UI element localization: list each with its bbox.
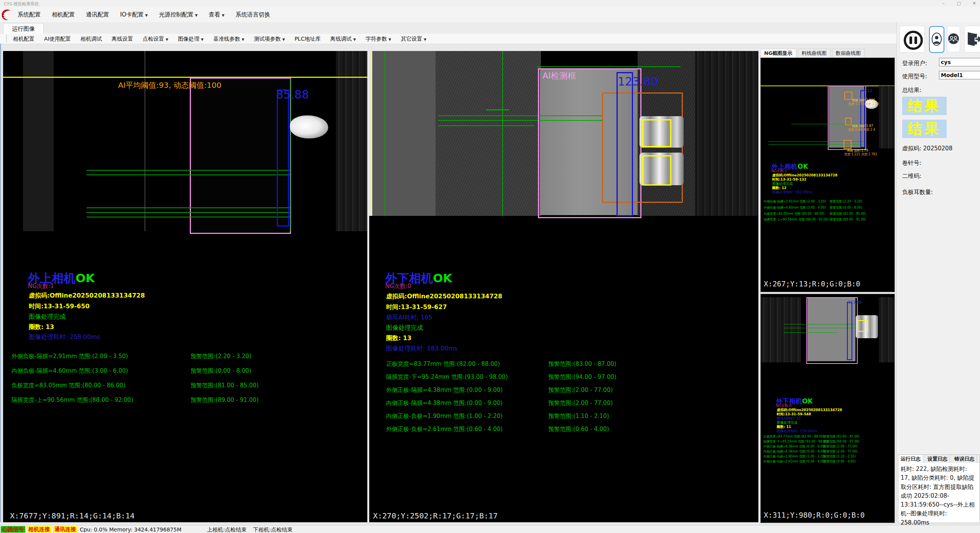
image-bright-edge [369, 51, 372, 216]
defect-yellow-box [642, 155, 671, 186]
tool-other-settings[interactable]: 其它设置▼ [397, 34, 430, 44]
warn-range: 预警范围:(2.00 - 77.00) [548, 400, 613, 407]
measurement-row: 外侧正极-负极=2.61mm 范围:(0.60 - 4.00) [763, 459, 825, 464]
image-dark-band [879, 86, 894, 148]
tab-error-log[interactable]: 错误日志 [952, 455, 977, 463]
measurement-row: 内侧正极-隔膜=4.38mm 范围:(0.00 - 9.00) [763, 449, 825, 454]
model-label: 使用型号: [902, 73, 927, 80]
pause-button[interactable] [899, 26, 925, 53]
cpu-memory-status: Cpu: 0.0% Memory: 3424.41796875M [80, 526, 181, 533]
image-dark-band [23, 51, 54, 231]
pixel-coord-readout: X:311;Y:980;R:0;G:0;B:0 [764, 511, 865, 519]
tool-test-params[interactable]: 测试项参数▼ [250, 34, 289, 44]
menu-language-switch[interactable]: 系统语言切换 [231, 7, 275, 22]
chevron-down-icon: ▼ [282, 38, 285, 41]
measure-value-text: 123.80 [848, 300, 862, 304]
tool-char-params[interactable]: 字符参数▼ [362, 34, 395, 44]
view-tab-row: 运行图像 [0, 22, 980, 34]
virtual-code: 虚拟码:Offline20250208133134728 [386, 293, 502, 301]
tab-ng-screenshot[interactable]: NG截图显示 [760, 49, 796, 58]
tool-offline-debug[interactable]: 离线调试▼ [326, 34, 360, 44]
tool-ai-use-config[interactable]: AI使用配置 [40, 34, 75, 44]
measurement-row: 外侧负极-隔膜=2.91mm 范围:(2.00 - 3.50) [764, 199, 826, 204]
tab-settings-log[interactable]: 设置日志 [925, 455, 950, 463]
tool-spot-check[interactable]: 点检设置▼ [139, 34, 172, 44]
user-group-button[interactable] [947, 26, 960, 52]
chevron-down-icon: ▼ [388, 38, 391, 41]
tool-camera-debug[interactable]: 相机调试 [77, 34, 106, 44]
warn-range: 预警范围:(0.00 - 8.00) [191, 367, 252, 375]
measurement-row: 内侧负极-隔膜=4.60mm 范围:(3.00 - 6.00) [12, 367, 128, 375]
tool-baseline-params[interactable]: 基准线参数▼ [209, 34, 248, 44]
app-logo-icon [1, 8, 12, 21]
exit-door-icon [966, 31, 980, 47]
upper-camera-panel[interactable]: AI平均阈值:93, 动态阈值:100 85.88 外上相机OK NG次数:1 … [3, 51, 367, 522]
log-tabs: 运行日志 设置日志 错误日志 [898, 455, 980, 463]
measurement-row: 内侧负极-隔膜=4.60mm 范围:(3.00 - 6.00) [764, 206, 826, 210]
tab-data-curve[interactable]: 数据曲线图 [832, 49, 865, 58]
ng-count: NG次数:0 [385, 283, 411, 290]
upper-camera-status: 上相机:点检结束 [207, 526, 247, 533]
measurement-row: 内侧正极-隔膜=4.38mm 范围:(0.00 - 9.00) [386, 400, 503, 407]
measure-value-text: 123.80 [618, 75, 658, 88]
menu-view[interactable]: 查看▼ [204, 7, 229, 22]
anode-tab-count-label: 负极耳数量: [902, 189, 933, 196]
window-title: CYS-视觉检测系统 [4, 1, 39, 7]
menu-comm-config[interactable]: 通讯配置 [81, 7, 113, 22]
chevron-down-icon: ▼ [166, 38, 168, 41]
pixel-coord-readout: X:267;Y:13;R:0;G:0;B:0 [764, 280, 860, 288]
roll-needle-label: 卷针号: [902, 160, 921, 167]
tool-offline-setting[interactable]: 离线设置 [108, 34, 137, 44]
menu-bar: 系统配置 相机配置 通讯配置 IO卡配置▼ 光源控制配置▼ 查看▼ 系统语言切换 [0, 7, 980, 22]
tab-line-curve[interactable]: 料线曲线图 [798, 49, 830, 58]
tab-run-image[interactable]: 运行图像 [3, 23, 44, 34]
model-field[interactable]: Model1 [939, 71, 980, 79]
maximize-button[interactable]: ▢ [953, 0, 965, 6]
ng-preview-lower[interactable]: 123.80 外下相机OK NG次数:0 虚拟码:Offline20250208… [760, 294, 895, 523]
chevron-down-icon: ▼ [145, 13, 148, 17]
lower-camera-panel[interactable]: AI检测框 123.80 外下相机OK NG次数:0 虚拟码:Offline20… [369, 51, 758, 522]
close-button[interactable]: ✕ [968, 0, 980, 6]
measurement-row: 外侧正极-隔膜=4.38mm 范围:(0.00 - 9.00) [763, 444, 825, 449]
warn-range: 预警范围:(2.20 - 3.20) [191, 353, 252, 360]
virtual-code: 虚拟码:Offline20250208133134728 [29, 292, 145, 300]
menu-light-control-config[interactable]: 光源控制配置▼ [155, 7, 202, 22]
menu-system-config[interactable]: 系统配置 [13, 7, 45, 22]
process-elapsed: 图像处理耗时: 183.00ms [386, 345, 457, 353]
image-dark-band [761, 297, 801, 362]
toolbar-grip-handle[interactable] [6, 35, 8, 42]
measure-value-text: 52.12 [861, 89, 872, 93]
edge-green-line [502, 51, 503, 216]
chevron-down-icon: ▼ [222, 13, 225, 17]
measurement-row: 负极宽度=83.05mm 范围:(80.00 - 86.00) [764, 212, 824, 216]
measurement-row: 隔膜宽度-上=90.56mm 范围:(88.00 - 92.00) [764, 217, 829, 222]
image-dark-band [879, 297, 894, 362]
toolbar: 相机配置 AI使用配置 相机调试 离线设置 点检设置▼ 图像处理▼ 基准线参数▼… [0, 34, 980, 44]
user-icon [931, 32, 942, 46]
exit-logout-button[interactable] [964, 26, 980, 53]
log-text[interactable]: 耗时: 222, 缺陷检测耗时: 17, 缺陷分类耗时: 0, 缺陷提取分区耗时… [901, 465, 977, 527]
tool-camera-config[interactable]: 相机配置 [9, 34, 38, 44]
tool-plc-address[interactable]: PLC地址库 [291, 34, 324, 44]
user-login-button[interactable] [929, 26, 944, 53]
defect-yellow-box [857, 320, 868, 332]
measurement-row: 外侧负极-隔膜=2.91mm 范围:(2.00 - 3.50) [12, 353, 128, 360]
menu-camera-config[interactable]: 相机配置 [47, 7, 79, 22]
chevron-down-icon: ▼ [353, 38, 356, 41]
tab-run-log[interactable]: 运行日志 [898, 455, 923, 463]
tool-image-process[interactable]: 图像处理▼ [174, 34, 207, 44]
chevron-down-icon: ▼ [195, 13, 198, 17]
defect-label: 宽度:0.88 高度:2.4 [848, 128, 875, 132]
ng-preview-upper[interactable]: 亮斑 面积:1.226 宽度:1.775 高度:2.18 亮斑 面积:1.97 … [760, 58, 895, 292]
measure-blue-box [847, 302, 852, 360]
ng-count: NG次数:1 [28, 283, 54, 290]
toolbar-items: 相机配置 AI使用配置 相机调试 离线设置 点检设置▼ 图像处理▼ 基准线参数▼… [9, 34, 430, 44]
menu-io-card-config[interactable]: IO卡配置▼ [115, 7, 152, 22]
login-user-field[interactable]: cys [939, 58, 980, 66]
top-green-line [537, 66, 681, 67]
measure-green-line [486, 109, 509, 110]
measure-value-text: 85.88 [276, 88, 309, 101]
warn-range: 预警范围:(81.00 - 85.00) [830, 212, 866, 216]
defect-box [844, 92, 852, 100]
minimize-button[interactable]: – [938, 0, 949, 6]
